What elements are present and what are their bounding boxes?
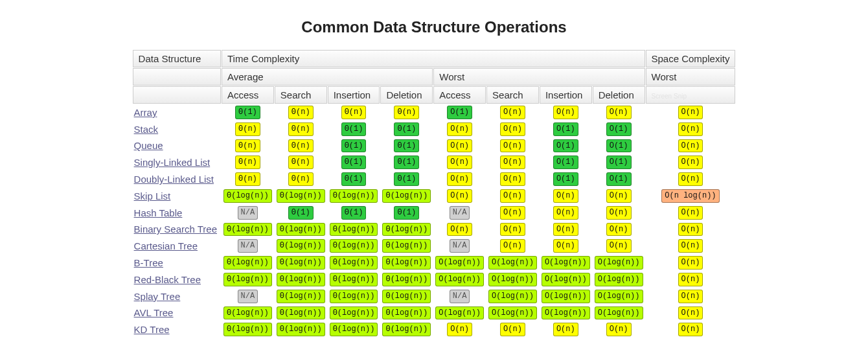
complexity-cell: Θ(n) <box>328 104 380 121</box>
complexity-cell: O(n) <box>540 188 592 204</box>
complexity-cell: Θ(1) <box>380 154 433 170</box>
complexity-value: Θ(log(n)) <box>330 256 378 270</box>
complexity-value: Θ(log(n)) <box>277 256 325 270</box>
data-structure-link[interactable]: Stack <box>134 124 159 135</box>
data-structure-link[interactable]: Singly-Linked List <box>134 157 211 168</box>
complexity-cell: Θ(1) <box>328 154 380 170</box>
complexity-cell: O(n) <box>646 104 736 121</box>
complexity-cell: O(n) <box>433 222 486 238</box>
complexity-value: O(n) <box>500 239 525 253</box>
table-row: AVL TreeΘ(log(n))Θ(log(n))Θ(log(n))Θ(log… <box>133 305 736 321</box>
complexity-cell: N/A <box>433 238 486 254</box>
complexity-value: Θ(n) <box>288 156 314 169</box>
complexity-value: O(1) <box>553 122 578 136</box>
complexity-value: O(1) <box>606 156 632 169</box>
complexity-value: O(n) <box>553 206 578 220</box>
complexity-value: O(n) <box>553 189 578 203</box>
complexity-cell: O(n) <box>486 154 539 170</box>
complexity-value: Θ(log(n)) <box>223 273 272 286</box>
data-structure-link[interactable]: Binary Search Tree <box>134 224 217 235</box>
complexity-cell: Θ(log(n)) <box>328 288 380 305</box>
complexity-cell: O(1) <box>540 121 592 137</box>
complexity-value: O(log(n)) <box>542 290 590 303</box>
complexity-cell: O(n) <box>593 104 645 121</box>
complexity-cell: O(n) <box>646 321 736 338</box>
data-structure-link[interactable]: Hash Table <box>134 207 183 218</box>
complexity-value: O(n) <box>500 172 525 186</box>
header-search-worst: Search <box>486 86 539 104</box>
complexity-cell: O(n) <box>486 205 539 221</box>
data-structure-link[interactable]: B-Tree <box>134 257 163 268</box>
complexity-cell: N/A <box>222 288 274 305</box>
complexity-value: Θ(log(n)) <box>277 306 325 320</box>
complexity-cell: O(n) <box>486 121 539 137</box>
data-structure-link[interactable]: Red-Black Tree <box>134 274 201 285</box>
complexity-value: N/A <box>238 206 258 220</box>
complexity-cell: Θ(log(n)) <box>275 222 327 238</box>
complexity-value: O(n) <box>678 172 703 186</box>
complexity-cell: O(n) <box>646 238 736 254</box>
complexity-cell: O(log(n)) <box>540 288 592 305</box>
complexity-cell: O(log(n)) <box>433 305 486 321</box>
data-structure-link[interactable]: KD Tree <box>134 324 170 335</box>
data-structure-link[interactable]: Skip List <box>134 190 171 202</box>
complexity-value: O(n) <box>500 206 525 220</box>
complexity-cell: Θ(n) <box>275 154 327 170</box>
header-average: Average <box>222 68 433 86</box>
complexity-cell: Θ(n) <box>380 104 433 121</box>
complexity-value: O(n) <box>678 223 703 236</box>
data-structure-link[interactable]: Doubly-Linked List <box>134 174 214 185</box>
complexity-value: O(n) <box>678 290 703 303</box>
complexity-cell: Θ(log(n)) <box>275 321 327 338</box>
data-structure-name-cell: KD Tree <box>133 321 221 338</box>
complexity-value: O(n) <box>500 223 525 236</box>
complexity-value: O(n) <box>678 106 703 119</box>
complexity-cell: O(n) <box>540 222 592 238</box>
complexity-table: Data Structure Time Complexity Space Com… <box>132 49 737 338</box>
data-structure-name-cell: Cartesian Tree <box>133 238 221 254</box>
complexity-cell: O(log(n)) <box>486 255 539 271</box>
complexity-cell: O(log(n)) <box>540 271 592 288</box>
data-structure-name-cell: Skip List <box>133 188 221 204</box>
data-structure-link[interactable]: Queue <box>134 140 163 151</box>
complexity-cell: O(log(n)) <box>540 255 592 271</box>
data-structure-link[interactable]: AVL Tree <box>134 307 174 318</box>
complexity-cell: Θ(log(n)) <box>380 188 433 204</box>
complexity-value: O(n) <box>447 189 472 203</box>
complexity-value: Θ(1) <box>235 106 260 119</box>
complexity-value: O(n) <box>678 156 703 169</box>
complexity-value: O(n) <box>447 223 472 236</box>
complexity-value: O(log(n)) <box>542 273 590 286</box>
complexity-value: Θ(1) <box>341 206 367 220</box>
complexity-value: O(n) <box>500 323 525 336</box>
complexity-cell: O(n) <box>433 138 486 154</box>
complexity-value: Θ(n) <box>235 172 260 186</box>
complexity-cell: O(1) <box>540 171 592 187</box>
complexity-value: O(n) <box>500 106 525 119</box>
header-deletion-avg: Deletion <box>380 86 433 104</box>
complexity-cell: Θ(n) <box>222 121 274 137</box>
complexity-cell: N/A <box>433 288 486 305</box>
complexity-cell: O(log(n)) <box>486 271 539 288</box>
complexity-value: Θ(log(n)) <box>223 256 272 270</box>
complexity-cell: O(log(n)) <box>593 255 645 271</box>
complexity-value: O(log(n)) <box>595 256 643 270</box>
data-structure-name-cell: Red-Black Tree <box>133 271 221 288</box>
complexity-value: Θ(1) <box>394 156 419 169</box>
table-header: Data Structure Time Complexity Space Com… <box>133 50 736 104</box>
complexity-value: Θ(n) <box>288 172 314 186</box>
complexity-cell: Θ(n) <box>222 171 274 187</box>
complexity-cell: O(n) <box>646 121 736 137</box>
complexity-value: Θ(n) <box>341 106 367 119</box>
complexity-cell: Θ(n) <box>275 121 327 137</box>
complexity-cell: O(n) <box>593 238 645 254</box>
header-data-structure: Data Structure <box>133 50 221 67</box>
complexity-cell: Θ(log(n)) <box>328 238 380 254</box>
complexity-cell: O(n) <box>646 222 736 238</box>
complexity-cell: O(n) <box>486 321 539 338</box>
complexity-value: O(n log(n)) <box>661 189 719 203</box>
complexity-cell: Θ(log(n)) <box>222 222 274 238</box>
data-structure-link[interactable]: Cartesian Tree <box>134 240 198 251</box>
data-structure-link[interactable]: Splay Tree <box>134 291 181 302</box>
data-structure-link[interactable]: Array <box>134 107 157 118</box>
